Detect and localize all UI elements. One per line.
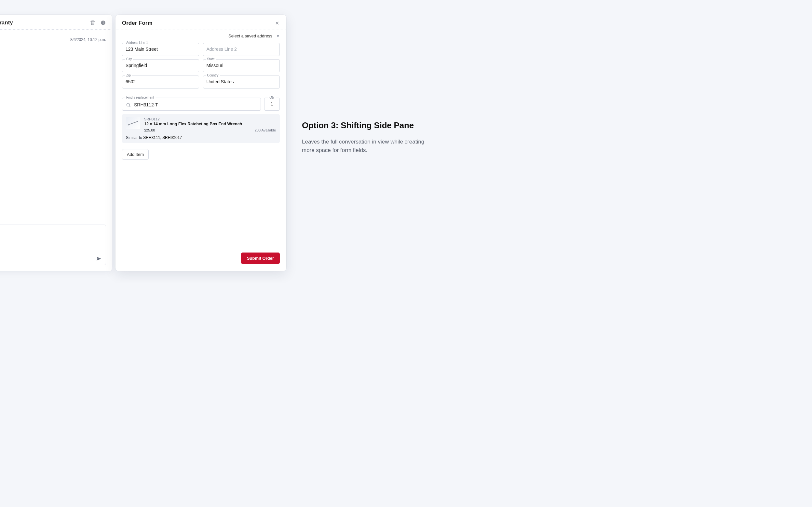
order-form-header: Order Form	[116, 15, 286, 30]
field-value: 1	[268, 101, 276, 106]
conversation-header: Marvin McKinney – Warranty	[0, 15, 112, 29]
chevron-down-icon: ▼	[276, 34, 280, 38]
product-price: $25.00	[144, 128, 155, 132]
close-icon[interactable]	[274, 20, 280, 26]
qty-field[interactable]: Qty 1	[264, 98, 280, 111]
svg-rect-1	[103, 22, 104, 24]
submit-order-button[interactable]: Submit Order	[241, 252, 280, 264]
city-field[interactable]: City Springfield	[122, 59, 199, 72]
compose-textarea[interactable]: essage	[0, 236, 106, 253]
svg-rect-2	[103, 21, 104, 22]
send-icon[interactable]	[96, 256, 102, 262]
field-value: Springfield	[126, 63, 195, 68]
message-line: n Number: WRN77107	[0, 62, 106, 67]
similar-products: Similar to SRH3111, SRH9X017	[126, 135, 276, 140]
trash-icon[interactable]	[90, 20, 96, 26]
search-result-card[interactable]: SRH3112 12 x 14 mm Long Flex Ratcheting …	[122, 114, 280, 143]
svg-point-5	[137, 121, 138, 122]
field-value: 6502	[126, 79, 195, 84]
country-field[interactable]: Country United States	[203, 75, 280, 89]
svg-line-4	[128, 122, 137, 125]
address-line-1-field[interactable]: Address Line 1 123 Main Street	[122, 43, 199, 56]
order-form-title: Order Form	[122, 20, 152, 26]
field-label: City	[125, 57, 133, 61]
conversation-title: Marvin McKinney – Warranty	[0, 19, 13, 26]
compose-tabs: eply Note	[0, 225, 106, 236]
product-name: 12 x 14 mm Long Flex Ratcheting Box End …	[144, 122, 276, 126]
option-body: Leaves the full conversation in view whi…	[302, 138, 426, 155]
svg-point-6	[128, 125, 129, 126]
product-thumbnail	[126, 117, 140, 129]
attachment-thumbnails	[0, 74, 112, 93]
message-timestamp: 8/6/2024, 10:12 p.m.	[70, 38, 106, 42]
field-value: 123 Main Street	[126, 47, 195, 52]
option-heading: Option 3: Shifting Side Pane	[302, 120, 426, 130]
conversation-pane: Marvin McKinney – Warranty M Marvin McKi…	[0, 15, 112, 271]
zip-field[interactable]: Zip 6502	[122, 75, 199, 89]
compose-box: eply Note essage	[0, 225, 106, 265]
field-label: Country	[206, 73, 220, 77]
product-sku: SRH3112	[144, 117, 276, 121]
address-line-2-field[interactable]: Address Line 2	[203, 43, 280, 56]
order-form-pane: Order Form Select a saved address ▼ Addr…	[116, 15, 286, 271]
search-icon	[126, 102, 131, 108]
field-value: SRH3112-T	[134, 102, 257, 107]
saved-address-label: Select a saved address	[228, 34, 272, 39]
field-placeholder: Address Line 2	[206, 47, 276, 52]
option-description: Option 3: Shifting Side Pane Leaves the …	[302, 120, 426, 155]
field-label: Find a replacement	[125, 96, 155, 99]
field-label: Address Line 1	[125, 41, 149, 45]
message-line: ken.	[0, 51, 106, 56]
svg-point-3	[127, 103, 129, 106]
message: M Marvin McKinney 8/6/2024, 10:12 p.m. k…	[0, 30, 112, 67]
info-icon[interactable]	[100, 20, 106, 26]
field-label: State	[206, 57, 216, 61]
add-item-button[interactable]: Add Item	[122, 149, 149, 160]
saved-address-dropdown[interactable]: Select a saved address ▼	[228, 34, 280, 39]
find-replacement-field[interactable]: Find a replacement SRH3112-T	[122, 98, 261, 111]
field-label: Qty	[268, 96, 276, 99]
field-label: Zip	[125, 73, 132, 77]
field-value: Missouri	[206, 63, 276, 68]
state-field[interactable]: State Missouri	[203, 59, 280, 72]
field-value: United States	[206, 79, 276, 84]
product-availability: 203 Available	[255, 128, 276, 132]
